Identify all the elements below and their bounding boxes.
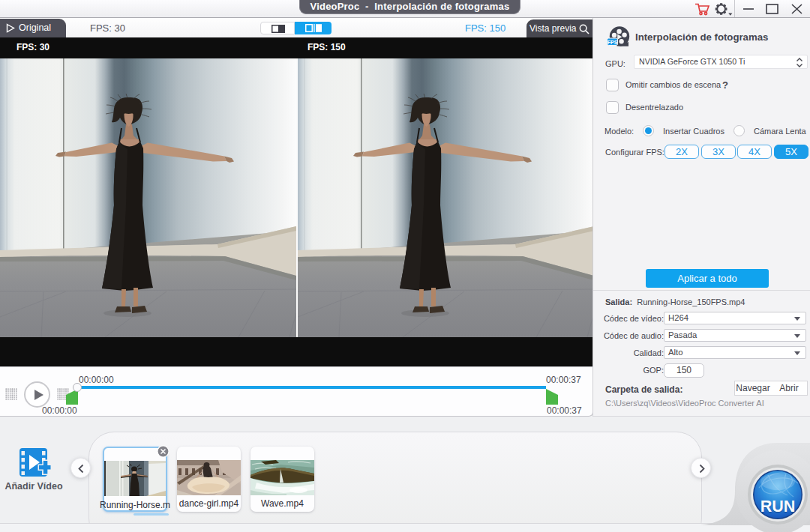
- svg-text:FPS: FPS: [608, 40, 618, 45]
- svg-text:RUN: RUN: [760, 498, 796, 516]
